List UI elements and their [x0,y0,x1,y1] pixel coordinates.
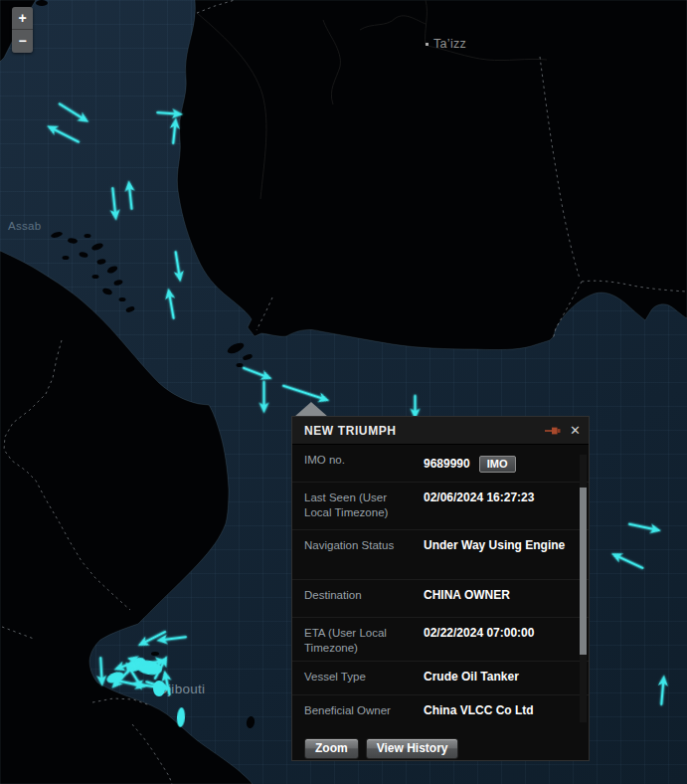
map-label-assab: Assab [8,220,41,232]
map-viewport: Ta’izz Assab Djibouti [0,0,687,784]
navigation-status-value: Under Way Using Engine [424,538,575,573]
vessel-name-title: NEW TRIUMPH [304,424,545,438]
row-destination: Destination CHINA OWNER [292,580,589,618]
vessel-arrow[interactable] [657,675,672,706]
popup-body: IMO no. 9689990 IMO Last Seen (User Loca… [292,445,589,732]
vessel-type-value: Crude Oil Tanker [424,670,575,688]
vessel-arrow[interactable] [155,629,187,645]
popup-callout-arrow [294,402,328,417]
map-label-taizz: Ta’izz [433,37,466,51]
eta-value: 02/22/2024 07:00:00 [424,626,575,655]
destination-value: CHINA OWNER [424,588,575,611]
landmass-yemen [177,0,687,350]
view-history-button[interactable]: View History [366,738,459,759]
pin-icon[interactable] [545,426,561,436]
popup-footer: Zoom View History [292,732,589,764]
zoom-out-button[interactable]: − [12,30,33,53]
close-icon[interactable]: ✕ [570,424,581,437]
taizz-town-dot [426,43,429,46]
vessel-arrow[interactable] [104,186,119,221]
imo-number: 9689990 [424,457,470,472]
row-imo: IMO no. 9689990 IMO [292,445,589,483]
last-seen-value: 02/06/2024 16:27:23 [424,490,575,523]
row-vessel-type: Vessel Type Crude Oil Tanker [292,662,589,695]
beneficial-owner-value: China VLCC Co Ltd [424,703,575,726]
map-zoom-control: + − [12,7,33,53]
vessel-arrow[interactable] [169,117,184,145]
row-last-seen: Last Seen (User Local Timezone) 02/06/20… [292,483,589,530]
popup-scrollbar-thumb[interactable] [580,488,587,655]
landmass-africa [0,251,253,784]
row-navigation-status: Navigation Status Under Way Using Engine [292,530,589,580]
row-eta: ETA (User Local Timezone) 02/22/2024 07:… [292,618,589,662]
vessel-arrow[interactable] [92,657,106,687]
vessel-arrow[interactable] [256,381,267,414]
row-beneficial-owner: Beneficial Owner China VLCC Co Ltd [292,695,589,732]
vessel-info-popup: NEW TRIUMPH ✕ IMO no. 9689990 IMO Last S… [291,416,590,761]
zoom-to-vessel-button[interactable]: Zoom [304,738,359,759]
zoom-in-button[interactable]: + [12,7,33,30]
imo-link-button[interactable]: IMO [479,456,516,473]
popup-header: NEW TRIUMPH ✕ [292,417,589,445]
